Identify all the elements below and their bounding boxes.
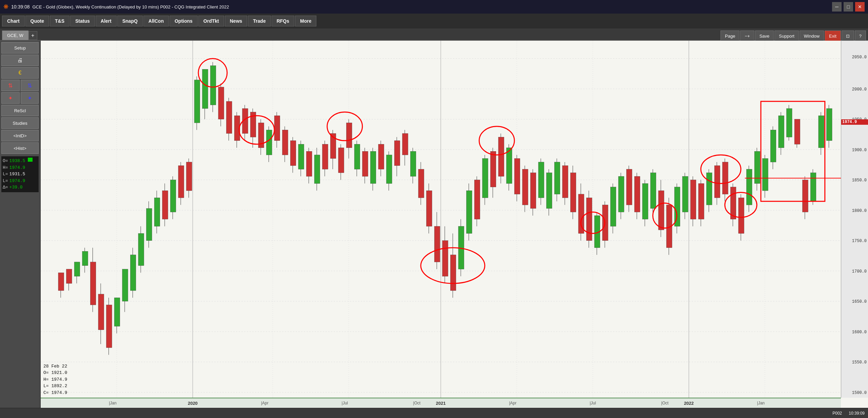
page-button[interactable]: Page xyxy=(721,31,739,41)
svg-rect-62 xyxy=(218,87,224,119)
svg-rect-34 xyxy=(106,305,112,347)
sidebar-icon-row-3: ⇅ ⇅ xyxy=(1,80,39,91)
svg-rect-140 xyxy=(530,173,536,208)
menu-allcon[interactable]: AllCon xyxy=(143,16,169,26)
svg-rect-118 xyxy=(442,241,448,276)
svg-rect-64 xyxy=(226,101,232,134)
menu-more[interactable]: More xyxy=(295,16,316,26)
svg-rect-148 xyxy=(563,166,568,198)
ohlc-close-row: C= 1974.9 xyxy=(43,390,67,396)
year-2022: 2022 xyxy=(684,401,694,406)
tab-add-button[interactable]: + xyxy=(28,31,37,40)
svg-rect-186 xyxy=(714,166,720,198)
price-1850: 1850.0 xyxy=(852,178,867,183)
svg-rect-38 xyxy=(122,269,128,301)
menu-alert[interactable]: Alert xyxy=(96,16,117,26)
svg-rect-96 xyxy=(354,144,360,169)
window-button[interactable]: Window xyxy=(800,31,824,41)
menu-ordtkt[interactable]: OrdTkt xyxy=(198,16,224,26)
svg-rect-60 xyxy=(210,66,216,105)
menu-news[interactable]: News xyxy=(225,16,248,26)
studies-button[interactable]: Studies xyxy=(1,117,39,129)
ohlc-open-row: O= 1921.0 xyxy=(43,370,67,376)
svg-rect-144 xyxy=(547,173,552,208)
menu-options[interactable]: Options xyxy=(170,16,198,26)
setup-button[interactable]: Setup xyxy=(1,42,39,54)
chart-wrapper: 2020 2021 2022 |Jan |Apr |Jul |Oct |Apr … xyxy=(41,41,868,408)
tab-gce-w[interactable]: GCE, W xyxy=(2,31,28,40)
price-1750: 1750.0 xyxy=(852,239,867,243)
price-1800: 1800.0 xyxy=(852,208,867,213)
svg-rect-46 xyxy=(154,198,160,226)
save-button[interactable]: Save xyxy=(755,31,774,41)
updown2-icon-button[interactable]: ⇅ xyxy=(21,80,39,91)
svg-rect-24 xyxy=(66,269,72,283)
sidebar-icon-row-2: € xyxy=(1,67,39,79)
star1-icon-button[interactable]: ✦ xyxy=(1,92,20,104)
svg-rect-192 xyxy=(738,198,744,233)
chart-svg xyxy=(41,41,841,398)
menu-bar: Chart Quote T&S Status Alert SnapQ AllCo… xyxy=(0,14,868,28)
svg-rect-30 xyxy=(90,262,96,305)
svg-rect-106 xyxy=(394,141,400,166)
restore-button[interactable]: ⊡ xyxy=(842,31,854,41)
status-time: 10:39:09 xyxy=(849,411,865,416)
rescl-button[interactable]: ReScl xyxy=(1,105,39,116)
star2-icon-button[interactable]: ✦ xyxy=(21,92,39,104)
sidebar: Setup 🖨 € ⇅ ⇅ ✦ ✦ ReScl Studies <IntD> <… xyxy=(0,41,41,408)
svg-rect-150 xyxy=(570,173,576,212)
svg-rect-184 xyxy=(707,173,712,205)
svg-rect-42 xyxy=(138,234,144,266)
svg-rect-98 xyxy=(362,151,368,176)
svg-rect-104 xyxy=(387,155,392,183)
svg-rect-152 xyxy=(578,194,584,234)
title-bar: ❋ 10:39:08 GCE - Gold (Globex), Weekly C… xyxy=(0,0,868,14)
menu-ts[interactable]: T&S xyxy=(50,16,70,26)
menu-chart[interactable]: Chart xyxy=(2,16,25,26)
intd-button[interactable]: <IntD> xyxy=(1,130,39,141)
svg-rect-86 xyxy=(314,155,320,183)
minimize-button[interactable]: ─ xyxy=(832,2,842,12)
svg-rect-84 xyxy=(307,151,312,176)
chart-area[interactable]: 2020 2021 2022 |Jan |Apr |Jul |Oct |Apr … xyxy=(41,41,868,408)
svg-rect-170 xyxy=(650,173,656,208)
menu-snapq[interactable]: SnapQ xyxy=(117,16,143,26)
bottom-status-bar: P002 10:39:09 xyxy=(0,408,868,418)
print-icon-button[interactable]: 🖨 xyxy=(1,55,39,66)
svg-rect-128 xyxy=(482,158,488,198)
svg-rect-112 xyxy=(418,169,424,198)
help-button[interactable]: ? xyxy=(855,31,866,41)
euro-icon-button[interactable]: € xyxy=(1,67,39,79)
menu-rfqs[interactable]: RFQs xyxy=(272,16,294,26)
svg-rect-102 xyxy=(378,144,384,169)
year-2020: 2020 xyxy=(188,401,198,406)
svg-rect-132 xyxy=(498,137,504,176)
svg-rect-172 xyxy=(658,191,664,230)
hist-button[interactable]: <Hist> xyxy=(1,142,39,154)
exit-button[interactable]: Exit xyxy=(825,31,841,41)
price-1500: 1500.0 xyxy=(852,391,867,395)
price-1900: 1900.0 xyxy=(852,148,867,153)
date-axis: 2020 2021 2022 |Jan |Apr |Jul |Oct |Apr … xyxy=(41,398,841,408)
updown1-icon-button[interactable]: ⇅ xyxy=(1,80,20,91)
svg-rect-214 xyxy=(827,108,832,141)
menu-trade[interactable]: Trade xyxy=(248,16,271,26)
date-apr-2021: |Apr xyxy=(509,401,516,405)
close-button[interactable]: ✕ xyxy=(855,2,865,12)
price-axis: 2050.0 2000.0 1950.0 1900.0 1850.0 1800.… xyxy=(841,41,868,398)
svg-rect-92 xyxy=(338,148,344,173)
maximize-button[interactable]: □ xyxy=(844,2,853,12)
svg-rect-124 xyxy=(467,191,472,233)
svg-rect-52 xyxy=(178,166,184,198)
support-button[interactable]: Support xyxy=(774,31,799,41)
ohlc-bottom-info: 28 Feb 22 O= 1921.0 H= 1974.9 L= 1892.2 … xyxy=(43,363,67,396)
price-2050: 2050.0 xyxy=(852,55,867,60)
page-info: P002 xyxy=(832,411,842,416)
svg-rect-80 xyxy=(290,141,296,166)
svg-rect-164 xyxy=(627,169,632,205)
nav-button[interactable]: −+ xyxy=(740,31,754,41)
menu-status[interactable]: Status xyxy=(70,16,95,26)
menu-quote[interactable]: Quote xyxy=(25,16,49,26)
svg-rect-28 xyxy=(82,251,88,265)
sidebar-icon-row-4: ✦ ✦ xyxy=(1,92,39,104)
